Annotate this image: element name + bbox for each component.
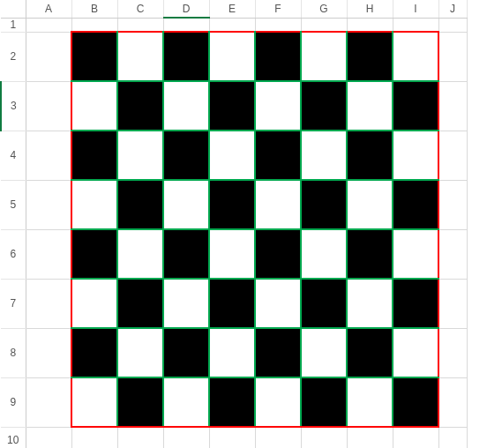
cell-C5[interactable] [117,180,163,229]
row-head-1[interactable]: 1 [1,18,26,32]
cell-I4[interactable] [393,131,438,180]
cell-J2[interactable] [438,32,467,81]
cell-A4[interactable] [26,131,71,180]
cell-F10[interactable] [255,427,301,448]
cell-B10[interactable] [71,427,117,448]
select-all-corner[interactable] [1,0,26,18]
cell-F9[interactable] [255,377,301,427]
row-head-7[interactable]: 7 [1,279,26,328]
row-head-8[interactable]: 8 [1,328,26,377]
cell-G1[interactable] [301,18,347,32]
cell-C9[interactable] [117,377,163,427]
col-head-J[interactable]: J [438,0,467,18]
cell-J6[interactable] [438,229,467,279]
cell-J3[interactable] [438,81,467,131]
spreadsheet-grid[interactable]: A B C D E F G H I J 1 2 3 [0,0,487,448]
cell-A10[interactable] [26,427,71,448]
row-head-5[interactable]: 5 [1,180,26,229]
cell-A9[interactable] [26,377,71,427]
cell-B6[interactable] [71,229,117,279]
cell-E1[interactable] [209,18,255,32]
row-head-2[interactable]: 2 [1,32,26,81]
cell-G5[interactable] [301,180,347,229]
cell-H6[interactable] [347,229,393,279]
col-head-C[interactable]: C [117,0,163,18]
cell-J10[interactable] [438,427,467,448]
row-head-10[interactable]: 10 [1,427,26,448]
cell-C2[interactable] [117,32,163,81]
cell-D1[interactable] [163,18,209,32]
cell-C4[interactable] [117,131,163,180]
col-head-H[interactable]: H [347,0,393,18]
cell-B1[interactable] [71,18,117,32]
cell-F8[interactable] [255,328,301,377]
cell-H4[interactable] [347,131,393,180]
cell-F4[interactable] [255,131,301,180]
cell-F6[interactable] [255,229,301,279]
cell-D7[interactable] [163,279,209,328]
cell-F7[interactable] [255,279,301,328]
cell-B5[interactable] [71,180,117,229]
col-head-F[interactable]: F [255,0,301,18]
col-head-E[interactable]: E [209,0,255,18]
cell-E6[interactable] [209,229,255,279]
cell-C10[interactable] [117,427,163,448]
cell-D8[interactable] [163,328,209,377]
cell-I7[interactable] [393,279,438,328]
cell-J4[interactable] [438,131,467,180]
cell-J9[interactable] [438,377,467,427]
cell-I10[interactable] [393,427,438,448]
cell-D2[interactable] [163,32,209,81]
cell-A8[interactable] [26,328,71,377]
cell-B9[interactable] [71,377,117,427]
cell-I6[interactable] [393,229,438,279]
col-head-A[interactable]: A [26,0,71,18]
cell-E10[interactable] [209,427,255,448]
cell-C3[interactable] [117,81,163,131]
cell-D10[interactable] [163,427,209,448]
cell-H3[interactable] [347,81,393,131]
cell-G10[interactable] [301,427,347,448]
cell-B7[interactable] [71,279,117,328]
cell-H7[interactable] [347,279,393,328]
cell-G7[interactable] [301,279,347,328]
cell-D9[interactable] [163,377,209,427]
cell-C1[interactable] [117,18,163,32]
cell-I3[interactable] [393,81,438,131]
cell-E8[interactable] [209,328,255,377]
cell-I2[interactable] [393,32,438,81]
cell-D3[interactable] [163,81,209,131]
cell-H5[interactable] [347,180,393,229]
cell-J5[interactable] [438,180,467,229]
cell-A5[interactable] [26,180,71,229]
cell-D6[interactable] [163,229,209,279]
cell-I8[interactable] [393,328,438,377]
cell-C7[interactable] [117,279,163,328]
cell-C6[interactable] [117,229,163,279]
cell-F5[interactable] [255,180,301,229]
cell-B2[interactable] [71,32,117,81]
col-head-B[interactable]: B [71,0,117,18]
cell-A7[interactable] [26,279,71,328]
cell-E2[interactable] [209,32,255,81]
cell-I9[interactable] [393,377,438,427]
row-head-6[interactable]: 6 [1,229,26,279]
cell-D5[interactable] [163,180,209,229]
col-head-G[interactable]: G [301,0,347,18]
cell-G6[interactable] [301,229,347,279]
cell-H8[interactable] [347,328,393,377]
cell-B4[interactable] [71,131,117,180]
cell-I1[interactable] [393,18,438,32]
cell-I5[interactable] [393,180,438,229]
cell-E3[interactable] [209,81,255,131]
cell-E9[interactable] [209,377,255,427]
cell-H1[interactable] [347,18,393,32]
cell-J1[interactable] [438,18,467,32]
cell-G4[interactable] [301,131,347,180]
cell-H2[interactable] [347,32,393,81]
cell-A2[interactable] [26,32,71,81]
cell-J7[interactable] [438,279,467,328]
cell-E5[interactable] [209,180,255,229]
cell-F2[interactable] [255,32,301,81]
cell-A6[interactable] [26,229,71,279]
